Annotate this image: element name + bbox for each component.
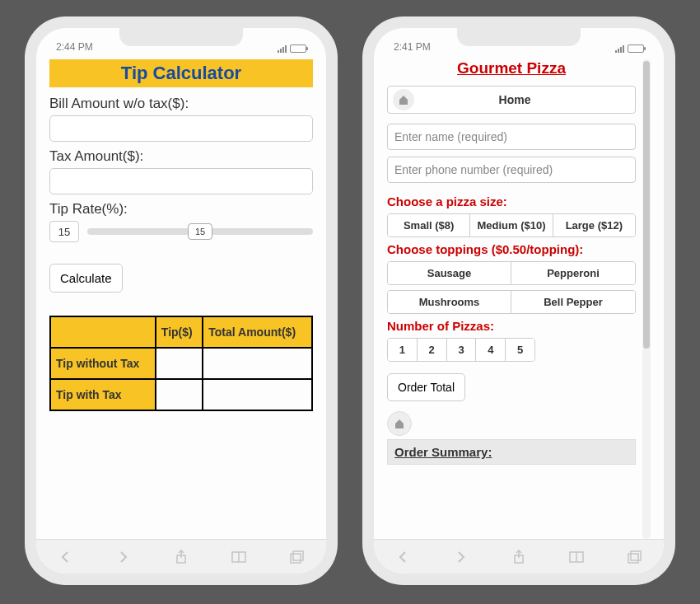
browser-toolbar (374, 539, 664, 574)
share-icon[interactable] (173, 549, 189, 565)
signal-icon (615, 45, 624, 53)
size-segment: Small ($8) Medium ($10) Large ($12) (387, 213, 636, 237)
status-time: 2:44 PM (56, 41, 93, 53)
tip-rate-slider[interactable]: 15 (87, 223, 313, 240)
app-title: Gourmet Pizza (387, 59, 636, 77)
home-label: Home (419, 93, 635, 106)
toppings-row-1: Sausage Pepperoni (387, 261, 636, 285)
qty-5[interactable]: 5 (506, 339, 534, 361)
tip-rate-label: Tip Rate(%): (49, 201, 313, 218)
topping-pepperoni[interactable]: Pepperoni (511, 262, 635, 284)
col-tip: Tip($) (156, 316, 203, 348)
forward-icon[interactable] (115, 549, 132, 565)
bill-amount-input[interactable] (49, 115, 313, 142)
table-corner (50, 316, 156, 348)
name-input[interactable] (387, 124, 636, 150)
cell-total-no-tax (203, 348, 312, 379)
toppings-label: Choose toppings ($0.50/topping): (387, 242, 636, 256)
tabs-icon[interactable] (627, 549, 643, 565)
phone-input[interactable] (387, 157, 636, 183)
order-total-button[interactable]: Order Total (387, 373, 465, 401)
gourmet-pizza-app: Gourmet Pizza Home Choose a pizza size: (387, 59, 651, 539)
phone-notch (119, 28, 243, 46)
toppings-row-2: Mushrooms Bell Pepper (387, 290, 636, 314)
share-icon[interactable] (511, 549, 527, 565)
qty-4[interactable]: 4 (476, 339, 506, 361)
scrollbar[interactable] (642, 59, 651, 539)
tax-amount-label: Tax Amount($): (49, 148, 313, 165)
forward-icon[interactable] (453, 549, 469, 565)
browser-toolbar (36, 539, 326, 574)
order-summary-header: Order Summary: (387, 439, 636, 465)
battery-icon (628, 44, 644, 53)
size-medium[interactable]: Medium ($10) (470, 214, 553, 236)
col-total: Total Amount($) (203, 316, 312, 348)
qty-3[interactable]: 3 (447, 339, 477, 361)
cell-total-with-tax (203, 379, 312, 410)
row-tip-with-tax: Tip with Tax (50, 379, 156, 410)
signal-icon (278, 45, 287, 53)
book-icon[interactable] (568, 549, 585, 565)
back-icon[interactable] (394, 549, 411, 565)
size-small[interactable]: Small ($8) (388, 214, 470, 236)
qty-1[interactable]: 1 (388, 339, 418, 361)
scrollbar-thumb[interactable] (643, 61, 650, 349)
tip-rate-value[interactable]: 15 (49, 221, 79, 242)
bill-amount-label: Bill Amount w/o tax($): (49, 96, 313, 112)
size-large[interactable]: Large ($12) (553, 214, 635, 236)
topping-sausage[interactable]: Sausage (388, 262, 511, 284)
cell-tip-with-tax (156, 379, 203, 410)
size-label: Choose a pizza size: (387, 194, 636, 208)
svg-rect-10 (631, 551, 641, 560)
topping-mushrooms[interactable]: Mushrooms (388, 291, 511, 313)
tax-amount-input[interactable] (49, 168, 313, 194)
svg-rect-4 (293, 551, 303, 560)
qty-segment: 1 2 3 4 5 (387, 338, 535, 362)
home-button[interactable]: Home (387, 86, 636, 114)
tip-calculator-app: Tip Calculator Bill Amount w/o tax($): T… (49, 59, 313, 539)
tabs-icon[interactable] (289, 549, 306, 565)
row-tip-without-tax: Tip without Tax (50, 348, 156, 379)
back-icon[interactable] (57, 549, 73, 565)
cell-tip-no-tax (156, 348, 203, 379)
home-icon (393, 89, 414, 110)
svg-rect-11 (628, 554, 638, 563)
calculate-button[interactable]: Calculate (49, 264, 123, 293)
phone-left: 2:44 PM Tip Calculator Bill Amount w/o t… (25, 16, 338, 585)
status-time: 2:41 PM (394, 41, 431, 53)
topping-bell-pepper[interactable]: Bell Pepper (511, 291, 635, 313)
book-icon[interactable] (231, 549, 247, 565)
home-icon-bottom[interactable] (387, 411, 412, 436)
results-table: Tip($) Total Amount($) Tip without Tax T… (49, 316, 313, 411)
phone-right: 2:41 PM Gourmet Pizza (362, 16, 675, 585)
app-title: Tip Calculator (49, 59, 313, 87)
slider-thumb[interactable]: 15 (188, 223, 212, 240)
phone-notch (457, 28, 581, 46)
qty-2[interactable]: 2 (418, 339, 447, 361)
qty-label: Number of Pizzas: (387, 319, 636, 333)
svg-rect-5 (291, 554, 301, 563)
battery-icon (290, 44, 306, 53)
